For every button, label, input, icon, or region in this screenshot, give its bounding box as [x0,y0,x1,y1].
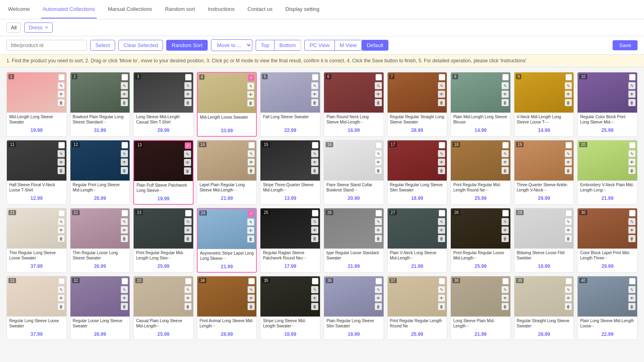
check-icon[interactable] [566,210,572,216]
card-checkbox[interactable] [185,74,192,80]
eye-icon[interactable]: 👁 [438,294,445,302]
card-checkbox[interactable] [439,74,445,80]
eye-icon[interactable]: 👁 [502,90,509,98]
edit-icon[interactable]: ✎ [247,82,254,90]
eye-icon[interactable]: 👁 [438,226,445,234]
eye-icon[interactable]: 👁 [184,159,191,166]
eye-icon[interactable]: 👁 [628,90,636,98]
edit-icon[interactable]: ✎ [184,150,191,158]
card-checkbox[interactable]: ✓ [248,210,254,217]
product-card[interactable]: 23 ✎ 👁 🗑 Print Regular Regular Mid-Lengt… [133,208,194,273]
trash-icon[interactable]: 🗑 [502,99,509,106]
nav-instructions[interactable]: Instructions [206,0,236,19]
eye-icon[interactable]: 👁 [121,294,128,302]
eye-icon[interactable]: 👁 [247,91,254,98]
check-icon[interactable] [629,74,636,80]
trash-icon[interactable]: 🗑 [438,99,445,106]
edit-icon[interactable]: ✎ [628,150,636,157]
edit-icon[interactable]: ✎ [565,286,572,293]
card-checkbox[interactable] [439,278,445,284]
trash-icon[interactable]: 🗑 [184,235,192,242]
edit-icon[interactable]: ✎ [628,218,636,225]
product-card[interactable]: 2 ✎ 👁 🗑 Bowknot Plain Regular Long Sleev… [70,72,130,137]
card-checkbox[interactable] [502,74,509,80]
edit-icon[interactable]: ✎ [375,82,382,89]
eye-icon[interactable]: 👁 [121,226,128,234]
card-checkbox[interactable] [312,142,318,148]
edit-icon[interactable]: ✎ [438,150,445,157]
bottom-button[interactable]: Bottom [274,40,301,51]
product-card[interactable]: 16 ✎ 👁 🗑 Flare Sleeve Stand Collar Bowkn… [324,140,384,205]
card-checkbox[interactable] [312,278,318,284]
product-card[interactable]: 19 ✎ 👁 🗑 Three-Quarter Sleeve Ankle-Leng… [514,140,574,205]
check-icon[interactable] [312,210,318,216]
product-card[interactable]: 22 ✎ 👁 🗑 Thin Regular Loose Long Sleeve … [70,208,130,273]
check-icon[interactable] [58,210,65,216]
check-icon[interactable] [58,278,65,284]
trash-icon[interactable]: 🗑 [375,303,382,310]
check-icon[interactable] [629,142,636,148]
eye-icon[interactable]: 👁 [375,294,382,302]
check-icon[interactable] [376,142,382,148]
card-checkbox[interactable] [566,278,572,284]
product-card[interactable]: 33 ✎ 👁 🗑 Casual Plain Long Sleeve Mid-Le… [133,276,194,340]
product-card[interactable]: 12 ✎ 👁 🗑 Regular Print Long Sleeve Mid-L… [70,140,130,205]
trash-icon[interactable]: 🗑 [438,303,445,310]
nav-welcome[interactable]: Welcome [6,0,31,19]
check-icon[interactable] [122,278,128,284]
eye-icon[interactable]: 👁 [184,294,192,302]
eye-icon[interactable]: 👁 [565,158,572,166]
card-checkbox[interactable]: ✓ [248,74,254,81]
edit-icon[interactable]: ✎ [121,218,128,225]
eye-icon[interactable]: 👁 [502,226,509,234]
edit-icon[interactable]: ✎ [247,218,254,226]
card-checkbox[interactable] [439,210,445,216]
product-card[interactable]: 1 ✎ 👁 🗑 Mid-Length Long Sleeve Sweater 1… [6,72,67,137]
card-checkbox[interactable] [58,210,65,216]
eye-icon[interactable]: 👁 [248,158,255,166]
card-checkbox[interactable] [248,278,255,284]
trash-icon[interactable]: 🗑 [311,303,318,310]
random-sort-button[interactable]: Random Sort [166,40,208,51]
eye-icon[interactable]: 👁 [565,226,572,234]
check-icon[interactable] [502,210,509,216]
product-card[interactable]: 11 ✎ 👁 🗑 Half Sleeve Floral V-Neck Loose… [6,140,67,205]
card-checkbox[interactable] [502,142,509,148]
nav-display-setting[interactable]: Display setting [284,0,321,19]
eye-icon[interactable]: 👁 [375,158,382,166]
check-icon[interactable] [376,74,382,80]
trash-icon[interactable]: 🗑 [311,99,318,106]
trash-icon[interactable]: 🗑 [628,303,636,310]
trash-icon[interactable]: 🗑 [375,99,382,106]
check-icon[interactable]: ✓ [185,142,191,149]
check-icon[interactable] [122,142,128,148]
nav-random-sort[interactable]: Random sort [163,0,196,19]
edit-icon[interactable]: ✎ [311,218,318,225]
product-card[interactable]: 3 ✎ 👁 🗑 Long Sleeve Mid-Length Casual Sl… [133,72,194,137]
product-card[interactable]: 15 ✎ 👁 🗑 Stripe Three-Quarter Sleeve Mid… [260,140,320,205]
product-card[interactable]: 14 ✎ 👁 🗑 Lapel Plain Regular Long Sleeve… [197,140,257,205]
check-icon[interactable] [439,278,445,284]
product-card[interactable]: 7 ✎ 👁 🗑 Regular Regular Straight Long Sl… [387,72,448,137]
check-icon[interactable] [312,74,318,80]
product-card[interactable]: 37 ✎ 👁 🗑 Print Regular Regular Length Ro… [387,276,448,340]
card-checkbox[interactable] [566,74,572,80]
product-card[interactable]: 18 ✎ 👁 🗑 Print Regular Regular Mid-Lengt… [450,140,511,205]
check-icon[interactable] [248,142,255,148]
clear-selected-button[interactable]: Clear Selected [118,40,163,51]
trash-icon[interactable]: 🗑 [565,167,572,174]
edit-icon[interactable]: ✎ [121,150,128,157]
eye-icon[interactable]: 👁 [565,294,572,302]
product-card[interactable]: 21 ✎ 👁 🗑 Thin Regular Long Sleeve Loose … [6,208,67,273]
card-checkbox[interactable] [502,278,509,284]
check-icon[interactable] [439,210,445,216]
product-card[interactable]: 36 ✎ 👁 🗑 Plain Regular Long Sleeve Slim … [324,276,384,340]
edit-icon[interactable]: ✎ [565,150,572,157]
edit-icon[interactable]: ✎ [502,218,509,225]
card-checkbox[interactable] [312,74,318,80]
check-icon[interactable] [439,142,445,148]
eye-icon[interactable]: 👁 [184,226,192,234]
product-card[interactable]: 8 ✎ 👁 🗑 Plain Mid-Length Long Sleeve Blo… [450,72,511,137]
card-checkbox[interactable] [248,142,255,148]
eye-icon[interactable]: 👁 [502,294,509,302]
